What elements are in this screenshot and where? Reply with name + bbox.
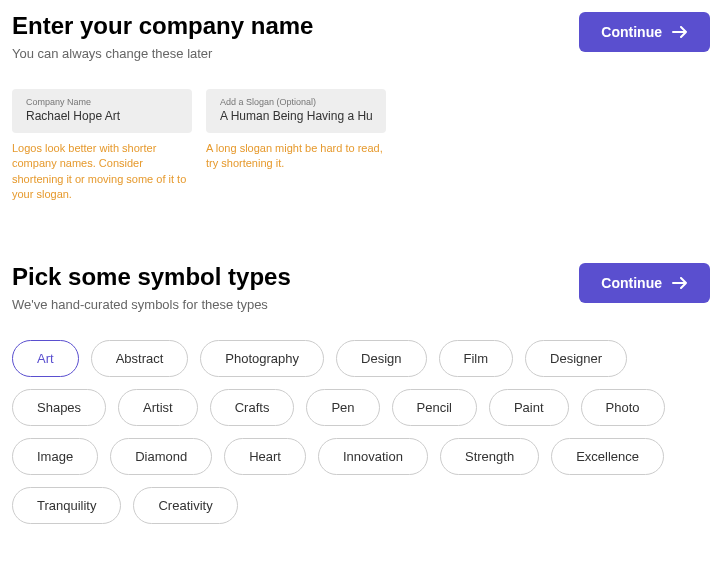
- section-title: Pick some symbol types: [12, 263, 291, 291]
- slogan-block: Add a Slogan (Optional) A Human Being Ha…: [206, 89, 386, 203]
- chip-art[interactable]: Art: [12, 340, 79, 377]
- arrow-right-icon: [672, 26, 688, 38]
- company-name-field[interactable]: Company Name Rachael Hope Art: [12, 89, 192, 133]
- company-name-section: Enter your company name You can always c…: [12, 12, 710, 203]
- chip-film[interactable]: Film: [439, 340, 514, 377]
- chip-creativity[interactable]: Creativity: [133, 487, 237, 524]
- heading-block: Enter your company name You can always c…: [12, 12, 313, 61]
- slogan-warning: A long slogan might be hard to read, try…: [206, 141, 386, 172]
- inputs-row: Company Name Rachael Hope Art Logos look…: [12, 89, 710, 203]
- chip-shapes[interactable]: Shapes: [12, 389, 106, 426]
- chip-design[interactable]: Design: [336, 340, 426, 377]
- slogan-label: Add a Slogan (Optional): [220, 97, 372, 107]
- section-header: Enter your company name You can always c…: [12, 12, 710, 61]
- company-name-label: Company Name: [26, 97, 178, 107]
- chip-diamond[interactable]: Diamond: [110, 438, 212, 475]
- chip-excellence[interactable]: Excellence: [551, 438, 664, 475]
- chip-designer[interactable]: Designer: [525, 340, 627, 377]
- chip-photography[interactable]: Photography: [200, 340, 324, 377]
- chip-abstract[interactable]: Abstract: [91, 340, 189, 377]
- section-subtitle: We've hand-curated symbols for these typ…: [12, 297, 291, 312]
- chip-image[interactable]: Image: [12, 438, 98, 475]
- chip-innovation[interactable]: Innovation: [318, 438, 428, 475]
- chip-pencil[interactable]: Pencil: [392, 389, 477, 426]
- chip-pen[interactable]: Pen: [306, 389, 379, 426]
- company-name-warning: Logos look better with shorter company n…: [12, 141, 192, 203]
- slogan-value: A Human Being Having a Human: [220, 109, 372, 123]
- page-title: Enter your company name: [12, 12, 313, 40]
- company-name-block: Company Name Rachael Hope Art Logos look…: [12, 89, 192, 203]
- continue-button[interactable]: Continue: [579, 263, 710, 303]
- chip-tranquility[interactable]: Tranquility: [12, 487, 121, 524]
- chip-crafts[interactable]: Crafts: [210, 389, 295, 426]
- section-header: Pick some symbol types We've hand-curate…: [12, 263, 710, 312]
- chip-artist[interactable]: Artist: [118, 389, 198, 426]
- continue-button[interactable]: Continue: [579, 12, 710, 52]
- chip-paint[interactable]: Paint: [489, 389, 569, 426]
- continue-button-label: Continue: [601, 275, 662, 291]
- page-subtitle: You can always change these later: [12, 46, 313, 61]
- chip-strength[interactable]: Strength: [440, 438, 539, 475]
- arrow-right-icon: [672, 277, 688, 289]
- symbol-types-section: Pick some symbol types We've hand-curate…: [12, 263, 710, 561]
- slogan-field[interactable]: Add a Slogan (Optional) A Human Being Ha…: [206, 89, 386, 133]
- chip-container: Art Abstract Photography Design Film Des…: [12, 340, 710, 524]
- heading-block: Pick some symbol types We've hand-curate…: [12, 263, 291, 312]
- chip-heart[interactable]: Heart: [224, 438, 306, 475]
- company-name-value: Rachael Hope Art: [26, 109, 178, 123]
- chip-photo[interactable]: Photo: [581, 389, 665, 426]
- continue-button-label: Continue: [601, 24, 662, 40]
